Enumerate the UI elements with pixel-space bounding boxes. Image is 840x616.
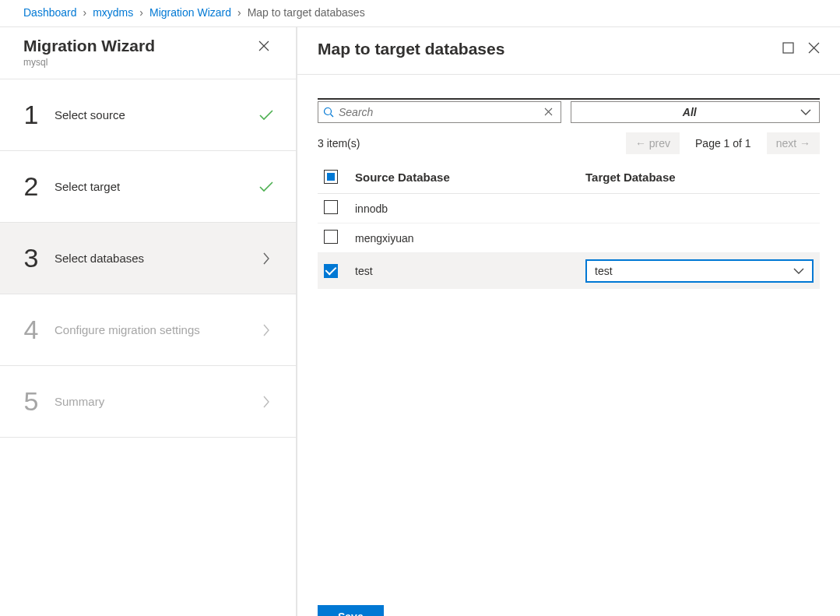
sidebar-title: Migration Wizard: [23, 37, 155, 55]
maximize-icon: [782, 42, 794, 54]
svg-point-1: [325, 108, 332, 115]
close-icon: [808, 42, 820, 54]
chevron-right-icon: [258, 396, 274, 408]
chevron-right-icon: ›: [83, 6, 87, 19]
checkmark-icon: [258, 181, 274, 192]
breadcrumb: Dashboard › mxydms › Migration Wizard › …: [0, 0, 840, 27]
source-db-cell: innodb: [349, 194, 579, 224]
column-target: Target Database: [579, 162, 820, 194]
source-db-cell: mengxiyuan: [349, 224, 579, 253]
database-table: Source Database Target Database innodb m…: [318, 162, 820, 289]
close-icon: [258, 40, 269, 51]
svg-line-2: [331, 114, 334, 118]
row-checkbox[interactable]: [324, 200, 338, 214]
wizard-sidebar: Migration Wizard mysql 1 Select source 2…: [0, 27, 297, 616]
target-db-cell: [579, 224, 820, 253]
chevron-down-icon: [793, 267, 804, 275]
page-indicator: Page 1 of 1: [689, 137, 757, 150]
search-icon: [323, 107, 334, 118]
checkmark-icon: [258, 110, 274, 121]
breadcrumb-link-dashboard[interactable]: Dashboard: [23, 6, 77, 19]
sidebar-subtitle: mysql: [23, 57, 155, 68]
breadcrumb-current: Map to target databases: [248, 6, 365, 19]
content-pane: Map to target databases: [297, 27, 840, 616]
svg-rect-0: [783, 43, 793, 53]
wizard-steps: 1 Select source 2 Select target 3 Select…: [0, 79, 296, 438]
table-row: innodb: [318, 194, 820, 224]
close-icon: [544, 107, 553, 116]
target-db-cell: [579, 194, 820, 224]
clear-search-button[interactable]: [541, 106, 556, 118]
close-panel-button[interactable]: [808, 42, 820, 56]
filter-dropdown[interactable]: All: [571, 101, 821, 123]
breadcrumb-link-wizard[interactable]: Migration Wizard: [149, 6, 231, 19]
table-row: test test: [318, 253, 820, 290]
close-sidebar-button[interactable]: [255, 37, 272, 57]
column-source: Source Database: [349, 162, 579, 194]
filter-dropdown-label: All: [579, 106, 801, 118]
step-configure-settings[interactable]: 4 Configure migration settings: [0, 294, 296, 366]
target-db-selected-value: test: [595, 265, 613, 277]
row-checkbox[interactable]: [324, 230, 338, 244]
pager: ← prev Page 1 of 1 next →: [626, 132, 820, 154]
page-title: Map to target databases: [318, 40, 504, 58]
item-count: 3 item(s): [318, 137, 360, 150]
step-select-databases[interactable]: 3 Select databases: [0, 223, 296, 294]
step-select-target[interactable]: 2 Select target: [0, 151, 296, 223]
save-button[interactable]: Save: [318, 605, 384, 616]
chevron-right-icon: ›: [237, 6, 241, 19]
target-db-select[interactable]: test: [585, 259, 814, 283]
select-all-checkbox[interactable]: [324, 170, 338, 184]
prev-page-button[interactable]: ← prev: [626, 132, 680, 154]
table-row: mengxiyuan: [318, 224, 820, 253]
breadcrumb-link-resource[interactable]: mxydms: [93, 6, 133, 19]
chevron-right-icon: [258, 324, 274, 336]
maximize-button[interactable]: [782, 42, 794, 56]
chevron-right-icon: ›: [139, 6, 143, 19]
chevron-down-icon: [800, 108, 811, 116]
next-page-button[interactable]: next →: [767, 132, 820, 154]
step-select-source[interactable]: 1 Select source: [0, 79, 296, 151]
chevron-right-icon: [258, 252, 274, 265]
step-summary[interactable]: 5 Summary: [0, 366, 296, 438]
search-input[interactable]: [339, 106, 536, 118]
search-input-wrapper[interactable]: [318, 101, 561, 123]
divider: [318, 98, 820, 100]
row-checkbox[interactable]: [324, 264, 338, 278]
source-db-cell: test: [349, 253, 579, 290]
